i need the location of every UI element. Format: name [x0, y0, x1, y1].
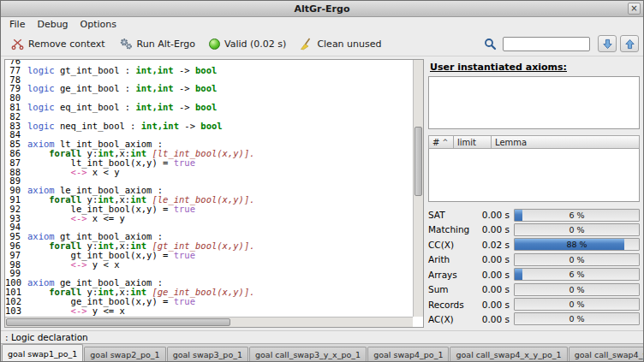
menu-options[interactable]: Options [75, 18, 122, 31]
search-prev-button[interactable] [620, 35, 639, 52]
code-token: bool [195, 83, 217, 93]
code-token: y <= x [87, 306, 125, 316]
stat-percent-label: 6 % [515, 269, 639, 280]
code-editor[interactable]: 7677logic gt_int_bool : int,int -> bool7… [4, 59, 424, 328]
stat-time: 0.00 s [475, 224, 510, 234]
stat-row: Records0.00 s0 % [428, 298, 640, 312]
stat-time: 0.02 s [475, 240, 510, 250]
code-line: 77logic gt_int_bool : int,int -> bool [5, 66, 413, 75]
line-number: 82 [5, 112, 27, 122]
code-text: <-> y < x [27, 260, 119, 270]
stat-row: Sum0.00 s0 % [428, 282, 640, 296]
code-token: <-> [71, 306, 87, 316]
stat-row: AC(X)0.00 s0 % [428, 312, 640, 326]
search-next-button[interactable] [598, 35, 617, 52]
gears-icon [119, 37, 133, 50]
instantiated-axioms-list[interactable] [428, 76, 640, 129]
search-input[interactable] [503, 37, 590, 51]
goal-tab[interactable]: goal call_swap3_y_x_po_1 [249, 347, 367, 361]
line-number: 77 [5, 66, 27, 75]
goal-tab[interactable]: goal call_swap4_y_x_po_1 [569, 347, 644, 361]
code-token: <-> [71, 259, 87, 270]
goal-tab-bar: goal swap1_po_1goal swap2_po_1goal swap3… [1, 343, 643, 361]
stat-label: AC(X) [428, 314, 471, 324]
code-token [27, 259, 71, 270]
stat-progressbar: 6 % [514, 209, 640, 222]
editor-horizontal-scrollbar[interactable] [5, 317, 413, 327]
code-token: bool [200, 121, 222, 131]
clean-unused-button[interactable]: Clean unused [294, 35, 387, 53]
stat-percent-label: 0 % [515, 254, 639, 265]
window-title: AltGr-Ergo [295, 3, 350, 15]
code-text: <-> y <= x [27, 306, 125, 316]
editor-vertical-scrollbar[interactable] [413, 60, 423, 317]
code-token: logic [27, 102, 55, 112]
arrow-up-icon [624, 39, 635, 50]
code-token: gt_int_bool : [55, 65, 136, 75]
status-text: : Logic declaration [5, 332, 88, 342]
lemma-column-header-1[interactable]: #^ [428, 135, 454, 149]
right-panel: User instantiated axioms: #^limitLemma S… [428, 59, 640, 328]
search-icon [484, 38, 497, 50]
code-text: <-> x <= y [27, 214, 125, 223]
lemma-column-label: # [432, 138, 439, 147]
stat-progressbar: 0 % [514, 312, 640, 325]
code-token: logic [27, 65, 55, 75]
goal-tab[interactable]: goal call_swap4_x_y_po_1 [450, 347, 567, 361]
code-token: -> [174, 83, 195, 93]
code-token: y < x [87, 259, 120, 270]
code-token: neq_int_bool : [55, 121, 141, 131]
lemma-table-body[interactable] [428, 149, 640, 202]
goal-tab[interactable]: goal swap1_po_1 [2, 344, 83, 361]
code-text: logic ge_int_bool : int,int -> bool [27, 84, 217, 93]
title-bar[interactable]: AltGr-Ergo × [1, 1, 643, 17]
code-token [27, 306, 71, 316]
stat-label: SAT [428, 210, 471, 220]
stat-time: 0.00 s [475, 300, 510, 310]
arrow-down-icon [602, 39, 613, 50]
stat-percent-label: 0 % [515, 299, 639, 310]
run-alt-ergo-button[interactable]: Run Alt-Ergo [113, 34, 201, 53]
code-token: x <= y [87, 213, 125, 223]
vertical-scrollbar-thumb[interactable] [414, 127, 422, 196]
code-token: logic [27, 121, 55, 131]
stat-time: 0.00 s [475, 284, 510, 294]
code-token: bool [195, 65, 217, 75]
code-line: 88 <-> x < y [5, 168, 413, 177]
lemma-column-header-2[interactable]: limit [454, 135, 492, 149]
code-token: eq_int_bool : [55, 102, 136, 112]
code-line: 83logic neq_int_bool : int,int -> bool [5, 122, 413, 131]
line-number: 102 [5, 297, 27, 306]
code-view[interactable]: 7677logic gt_int_bool : int,int -> bool7… [5, 60, 413, 317]
stat-row: Arith0.00 s0 % [428, 252, 640, 266]
lemma-column-header-3[interactable]: Lemma [492, 135, 640, 149]
menu-file[interactable]: File [3, 18, 31, 31]
menu-debug[interactable]: Debug [31, 18, 74, 31]
stat-progressbar: 0 % [514, 283, 640, 296]
close-button[interactable]: × [628, 3, 641, 15]
stat-time: 0.00 s [475, 270, 510, 280]
stat-percent-label: 0 % [515, 284, 639, 295]
broom-icon [300, 38, 313, 50]
code-line: 79logic ge_int_bool : int,int -> bool [5, 84, 413, 93]
goal-tab[interactable]: goal swap3_po_1 [167, 347, 248, 361]
code-token: logic [27, 83, 55, 93]
code-token [27, 213, 71, 223]
code-token: true [174, 204, 195, 214]
code-text: logic neq_int_bool : int,int -> bool [27, 122, 223, 131]
toolbar: Remove context Run Alt-Ergo Valid (0.02 … [1, 32, 643, 56]
goal-tab[interactable]: goal swap4_po_1 [367, 347, 449, 361]
line-number: 103 [5, 306, 27, 316]
goal-tab[interactable]: goal swap2_po_1 [84, 347, 165, 361]
code-token: -> [174, 65, 195, 75]
close-icon: × [630, 3, 637, 13]
code-token: true [174, 157, 195, 168]
stat-progressbar: 0 % [514, 253, 640, 266]
code-token: true [174, 296, 195, 306]
stat-time: 0.00 s [475, 314, 510, 324]
horizontal-scrollbar-thumb[interactable] [6, 318, 230, 326]
stat-label: Matching [428, 224, 471, 234]
clean-unused-label: Clean unused [317, 39, 381, 50]
stat-time: 0.00 s [475, 210, 510, 220]
remove-context-button[interactable]: Remove context [5, 35, 111, 53]
